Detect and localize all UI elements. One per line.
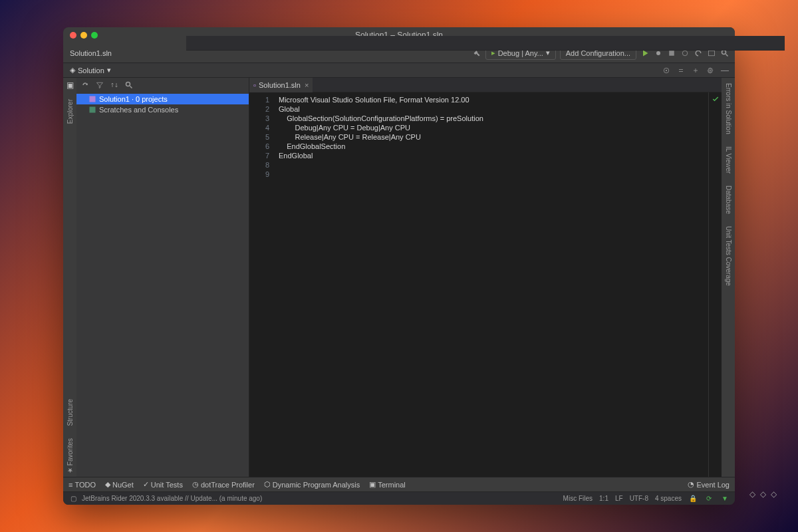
database-tool-button[interactable]: Database (725, 183, 732, 217)
svg-rect-11 (90, 107, 96, 113)
filter-icon[interactable] (95, 80, 104, 90)
nuget-tool-button[interactable]: ◆ NuGet (105, 480, 134, 489)
code-editor[interactable]: Microsoft Visual Studio Solution File, F… (276, 92, 708, 477)
explorer-tool-button[interactable]: Explorer (66, 96, 74, 126)
traffic-lights (63, 32, 98, 39)
box-icon[interactable]: ▢ (68, 494, 78, 503)
status-message[interactable]: JetBrains Rider 2020.3.3 available // Up… (82, 495, 262, 502)
svg-line-5 (726, 54, 728, 56)
status-line-ending[interactable]: LF (615, 495, 623, 502)
il-viewer-tool-button[interactable]: IL Viewer (725, 144, 732, 176)
svg-point-0 (656, 51, 660, 55)
scratches-icon (88, 106, 96, 114)
dynamic-analysis-tool-button[interactable]: ⬡ Dynamic Program Analysis (264, 480, 360, 489)
explorer-panel: Solution1 · 0 projects Scratches and Con… (76, 78, 249, 477)
line-gutter: 123456789 (249, 92, 276, 477)
left-tool-rail: ▣ Explorer Structure ★ Favorites (63, 78, 76, 477)
svg-point-8 (126, 82, 130, 86)
lock-icon[interactable]: 🔒 (688, 494, 698, 503)
errors-tool-button[interactable]: Errors in Solution (725, 80, 732, 137)
check-icon (712, 95, 720, 103)
svg-rect-1 (669, 51, 674, 56)
editor-tab[interactable]: ▫ Solution1.sln × (249, 78, 313, 92)
target-icon[interactable] (662, 66, 671, 75)
ide-window: Solution1 – Solution1.sln Solution1.sln … (63, 27, 735, 505)
todo-tool-button[interactable]: ≡ TODO (68, 481, 96, 489)
solution-tree: Solution1 · 0 projects Scratches and Con… (76, 92, 249, 477)
unit-tests-coverage-tool-button[interactable]: Unit Tests Coverage (725, 223, 732, 289)
inspection-column (708, 92, 722, 477)
gear-icon[interactable] (706, 66, 715, 75)
editor-area: ▫ Solution1.sln × 123456789 Microsoft Vi… (249, 78, 722, 477)
right-tool-rail: Errors in Solution IL Viewer Database Un… (722, 78, 735, 477)
solution-icon: ◈ (70, 66, 75, 74)
status-file-type[interactable]: Misc Files (563, 495, 593, 502)
explorer-toolbar (76, 78, 249, 92)
unit-tests-tool-button[interactable]: ✓ Unit Tests (143, 480, 183, 489)
dottrace-tool-button[interactable]: ◷ dotTrace Profiler (192, 480, 255, 489)
search-icon[interactable] (124, 80, 134, 90)
solution-file-tab[interactable]: Solution1.sln (63, 46, 118, 61)
maximize-window-button[interactable] (91, 32, 98, 39)
solution-strip: ◈ Solution ▾ — (63, 63, 735, 78)
structure-tool-button[interactable]: Structure (66, 396, 74, 429)
folder-icon[interactable]: ▣ (65, 80, 74, 90)
solution-dropdown[interactable]: ◈ Solution ▾ (66, 66, 115, 74)
favorites-tool-button[interactable]: ★ Favorites (66, 436, 74, 477)
hide-icon[interactable]: — (720, 66, 730, 75)
sync-icon[interactable] (80, 80, 90, 90)
svg-rect-3 (709, 51, 715, 56)
close-tab-icon[interactable]: × (305, 81, 309, 89)
sort-icon[interactable] (110, 80, 119, 90)
status-encoding[interactable]: UTF-8 (630, 495, 648, 502)
close-window-button[interactable] (70, 32, 76, 39)
svg-point-7 (666, 70, 667, 71)
svg-line-9 (130, 86, 132, 88)
status-caret-pos[interactable]: 1:1 (599, 495, 608, 502)
terminal-tool-button[interactable]: ▣ Terminal (369, 480, 406, 489)
svg-point-2 (682, 51, 688, 56)
solution-tree-item[interactable]: Solution1 · 0 projects (76, 94, 249, 104)
bottom-tool-bar: ≡ TODO ◆ NuGet ✓ Unit Tests ◷ dotTrace P… (63, 477, 735, 491)
minimize-window-button[interactable] (80, 32, 87, 39)
status-indent[interactable]: 4 spaces (655, 495, 682, 502)
chevron-down-icon: ▾ (107, 66, 111, 74)
shield-icon[interactable]: ▼ (720, 494, 730, 503)
file-icon: ▫ (253, 81, 256, 89)
solution-file-icon (88, 95, 96, 103)
svg-rect-10 (90, 96, 96, 102)
main-body: ▣ Explorer Structure ★ Favorites Solutio… (63, 78, 735, 477)
collapse-icon[interactable] (676, 66, 686, 75)
reload-icon[interactable]: ⟳ (704, 494, 714, 503)
event-log-button[interactable]: ◔ Event Log (688, 480, 730, 489)
scratches-tree-item[interactable]: Scratches and Consoles (76, 104, 249, 115)
status-bar: ▢ JetBrains Rider 2020.3.3 available // … (63, 491, 735, 505)
expand-icon[interactable] (691, 66, 700, 75)
